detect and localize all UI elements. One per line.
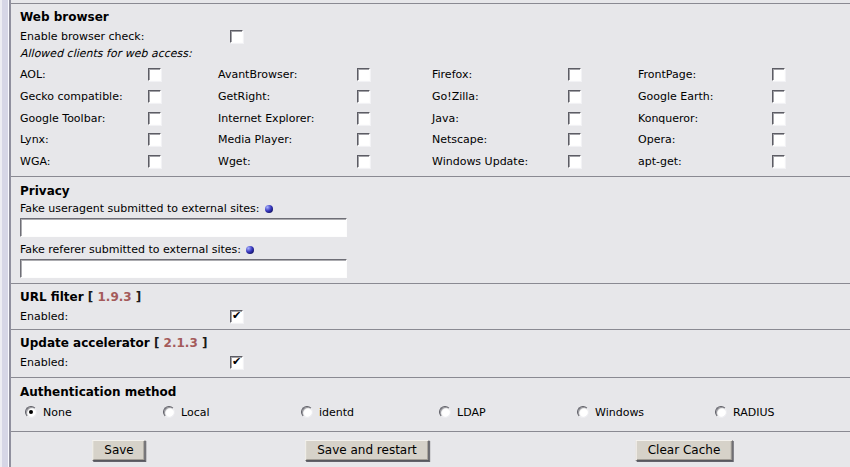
client-label-aol: AOL: [20,68,148,81]
client-label-apt-get: apt-get: [638,155,772,168]
section-title-update-accelerator: Update accelerator [ 2.1.3 ] [20,330,847,350]
client-label-getright: GetRight: [218,90,357,103]
fake-useragent-label: Fake useragent submitted to external sit… [20,202,260,215]
auth-option-identd[interactable]: identd [301,404,439,420]
client-label-opera: Opera: [638,133,772,146]
enable-browser-check-label: Enable browser check: [20,30,230,43]
checkbox-avantbrowser[interactable] [357,68,370,81]
url-filter-enabled-checkbox[interactable] [230,310,243,323]
allowed-clients-grid: AOL: AvantBrowser: Firefox: FrontPage: G… [20,64,847,172]
version-bracket: [ [154,336,159,350]
checkbox-konqueror[interactable] [772,112,785,125]
client-label-media-player: Media Player: [218,133,357,146]
checkbox-wget[interactable] [357,155,370,168]
fake-referer-row: Fake referer submitted to external sites… [20,242,847,257]
checkbox-apt-get[interactable] [772,155,785,168]
checkbox-aol[interactable] [148,68,161,81]
radio-identd-label: identd [319,406,354,419]
proxy-settings-page: Web browser Enable browser check: Allowe… [0,0,850,467]
radio-local-label: Local [181,406,210,419]
version-bracket: ] [136,290,141,304]
section-web-browser: Web browser Enable browser check: Allowe… [11,3,850,176]
blue-dot-icon [246,246,254,254]
version-bracket: ] [202,336,207,350]
radio-identd[interactable] [301,406,313,418]
update-accelerator-enabled-row: Enabled: [20,353,847,371]
client-label-java: Java: [432,112,568,125]
update-accelerator-title-text: Update accelerator [20,336,150,350]
checkbox-frontpage[interactable] [772,68,785,81]
url-filter-enabled-row: Enabled: [20,307,847,325]
section-title-authentication: Authentication method [20,378,847,399]
radio-ldap-label: LDAP [457,406,486,419]
radio-local[interactable] [163,406,175,418]
section-url-filter: URL filter [ 1.9.3 ] Enabled: [11,283,850,329]
auth-option-ldap[interactable]: LDAP [439,404,577,420]
authentication-options-row: None Local identd LDAP Windows [20,404,847,420]
section-title-url-filter: URL filter [ 1.9.3 ] [20,284,847,304]
radio-radius[interactable] [715,406,727,418]
checkbox-netscape[interactable] [568,133,581,146]
checkbox-lynx[interactable] [148,133,161,146]
section-title-web-browser: Web browser [20,4,847,24]
save-button[interactable]: Save [92,440,145,461]
url-filter-enabled-label: Enabled: [20,310,230,323]
checkbox-google-earth[interactable] [772,90,785,103]
client-label-lynx: Lynx: [20,133,148,146]
enable-browser-check-row: Enable browser check: [20,27,847,45]
checkbox-getright[interactable] [357,90,370,103]
clear-cache-button[interactable]: Clear Cache [636,440,733,461]
section-authentication: Authentication method None Local identd … [11,377,850,431]
allowed-clients-label: Allowed clients for web access: [20,47,847,62]
radio-none[interactable] [25,406,37,418]
auth-option-radius[interactable]: RADIUS [715,404,850,420]
radio-none-label: None [43,406,72,419]
url-filter-version: 1.9.3 [97,290,131,304]
fake-referer-input[interactable] [20,259,347,278]
version-bracket: [ [88,290,93,304]
radio-windows-label: Windows [595,406,644,419]
radio-windows[interactable] [577,406,589,418]
blue-dot-icon [265,205,273,213]
client-label-internet-explorer: Internet Explorer: [218,112,357,125]
url-filter-title-text: URL filter [20,290,84,304]
checkbox-internet-explorer[interactable] [357,112,370,125]
client-label-google-toolbar: Google Toolbar: [20,112,148,125]
left-edge-bar [0,0,11,467]
enable-browser-check-checkbox[interactable] [230,30,243,43]
client-label-konqueror: Konqueror: [638,112,772,125]
section-title-privacy: Privacy [20,177,847,198]
update-accelerator-enabled-checkbox[interactable] [230,356,243,369]
client-label-google-earth: Google Earth: [638,90,772,103]
section-update-accelerator: Update accelerator [ 2.1.3 ] Enabled: [11,329,850,377]
checkbox-java[interactable] [568,112,581,125]
update-accelerator-enabled-label: Enabled: [20,356,230,369]
checkbox-firefox[interactable] [568,68,581,81]
radio-radius-label: RADIUS [733,406,774,419]
auth-option-local[interactable]: Local [163,404,301,420]
checkbox-google-toolbar[interactable] [148,112,161,125]
radio-ldap[interactable] [439,406,451,418]
section-privacy: Privacy Fake useragent submitted to exte… [11,176,850,283]
client-label-windows-update: Windows Update: [432,155,568,168]
update-accelerator-version: 2.1.3 [164,336,198,350]
fake-useragent-row: Fake useragent submitted to external sit… [20,201,847,216]
client-label-netscape: Netscape: [432,133,568,146]
auth-option-none[interactable]: None [25,404,163,420]
save-and-restart-button[interactable]: Save and restart [305,440,429,461]
client-label-gozilla: Go!Zilla: [432,90,568,103]
client-label-wget: Wget: [218,155,357,168]
client-label-firefox: Firefox: [432,68,568,81]
checkbox-media-player[interactable] [357,133,370,146]
fake-referer-label: Fake referer submitted to external sites… [20,243,241,256]
checkbox-windows-update[interactable] [568,155,581,168]
client-label-avantbrowser: AvantBrowser: [218,68,357,81]
fake-useragent-input[interactable] [20,218,347,237]
checkbox-gecko-compatible[interactable] [148,90,161,103]
client-label-wga: WGA: [20,155,148,168]
checkbox-opera[interactable] [772,133,785,146]
section-action-buttons: Save Save and restart Clear Cache [11,431,850,467]
checkbox-wga[interactable] [148,155,161,168]
auth-option-windows[interactable]: Windows [577,404,715,420]
checkbox-gozilla[interactable] [568,90,581,103]
